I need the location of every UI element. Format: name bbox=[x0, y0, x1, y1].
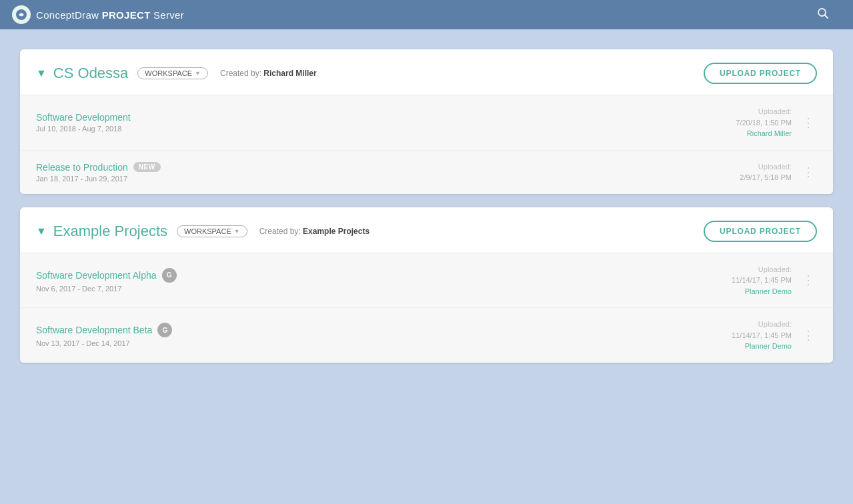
project-right: Uploaded:11/14/17, 1:45 PMPlanner Demo⋮ bbox=[732, 264, 817, 297]
project-name[interactable]: Release to ProductionNEW bbox=[36, 162, 161, 173]
workspace-badge[interactable]: WORKSPACE ▼ bbox=[177, 225, 247, 237]
project-date-range: Jul 10, 2018 - Aug 7, 2018 bbox=[36, 125, 131, 133]
more-options-icon[interactable]: ⋮ bbox=[800, 114, 817, 131]
workspace-list: ▼CS OdessaWORKSPACE ▼Created by: Richard… bbox=[20, 49, 833, 363]
project-upload-info: Uploaded:7/20/18, 1:50 PMRichard Miller bbox=[736, 106, 792, 139]
workspace-card-example-projects: ▼Example ProjectsWORKSPACE ▼Created by: … bbox=[20, 207, 833, 363]
badge-arrow-icon: ▼ bbox=[195, 70, 201, 77]
chevron-down-icon[interactable]: ▼ bbox=[36, 67, 47, 79]
search-icon[interactable] bbox=[817, 7, 829, 23]
workspace-header-left-cs-odessa: ▼CS OdessaWORKSPACE ▼Created by: Richard… bbox=[36, 65, 317, 82]
workspace-created-by: Created by: Richard Miller bbox=[220, 69, 317, 78]
avatar-badge: G bbox=[162, 268, 177, 283]
project-left: Release to ProductionNEWJan 18, 2017 - J… bbox=[36, 162, 161, 183]
project-date-range: Jan 18, 2017 - Jun 29, 2017 bbox=[36, 175, 161, 183]
project-upload-info: Uploaded:2/9/17, 5:18 PM bbox=[740, 161, 792, 183]
uploader-name: Richard Miller bbox=[747, 129, 792, 137]
more-options-icon[interactable]: ⋮ bbox=[800, 163, 817, 181]
upload-label: Uploaded: bbox=[758, 163, 792, 171]
project-left: Software Development AlphaGNov 6, 2017 -… bbox=[36, 268, 177, 293]
app-header: ConceptDraw PROJECT Server bbox=[0, 0, 853, 29]
project-date-range: Nov 13, 2017 - Dec 14, 2017 bbox=[36, 339, 172, 347]
chevron-down-icon[interactable]: ▼ bbox=[36, 225, 47, 237]
workspace-badge[interactable]: WORKSPACE ▼ bbox=[137, 67, 208, 79]
project-right: Uploaded:7/20/18, 1:50 PMRichard Miller⋮ bbox=[736, 106, 817, 139]
project-name-text: Software Development bbox=[36, 112, 131, 123]
upload-project-button[interactable]: UPLOAD PROJECT bbox=[704, 221, 817, 242]
project-name[interactable]: Software Development bbox=[36, 112, 131, 123]
upload-date: 7/20/18, 1:50 PM bbox=[736, 119, 792, 127]
more-options-icon[interactable]: ⋮ bbox=[800, 327, 817, 344]
badge-arrow-icon: ▼ bbox=[234, 228, 240, 235]
workspace-header-left-example-projects: ▼Example ProjectsWORKSPACE ▼Created by: … bbox=[36, 223, 369, 240]
workspace-header-example-projects: ▼Example ProjectsWORKSPACE ▼Created by: … bbox=[20, 207, 833, 253]
uploader-name: Planner Demo bbox=[745, 287, 792, 295]
new-badge: NEW bbox=[133, 162, 161, 172]
workspace-header-cs-odessa: ▼CS OdessaWORKSPACE ▼Created by: Richard… bbox=[20, 49, 833, 95]
project-date-range: Nov 6, 2017 - Dec 7, 2017 bbox=[36, 285, 177, 293]
project-upload-info: Uploaded:11/14/17, 1:45 PMPlanner Demo bbox=[732, 264, 792, 297]
upload-date: 2/9/17, 5:18 PM bbox=[740, 173, 792, 181]
header-right bbox=[817, 7, 841, 23]
upload-label: Uploaded: bbox=[758, 107, 792, 115]
project-name-text: Release to Production bbox=[36, 162, 128, 173]
project-left: Software DevelopmentJul 10, 2018 - Aug 7… bbox=[36, 112, 131, 133]
project-name-text: Software Development Beta bbox=[36, 325, 152, 335]
workspace-title-example-projects: Example Projects bbox=[53, 223, 167, 240]
header-left: ConceptDraw PROJECT Server bbox=[12, 5, 184, 24]
project-left: Software Development BetaGNov 13, 2017 -… bbox=[36, 323, 172, 347]
svg-line-2 bbox=[825, 15, 828, 18]
project-name[interactable]: Software Development AlphaG bbox=[36, 268, 177, 283]
project-name-text: Software Development Alpha bbox=[36, 270, 157, 281]
workspace-created-by: Created by: Example Projects bbox=[259, 227, 369, 236]
project-right: Uploaded:2/9/17, 5:18 PM⋮ bbox=[740, 161, 817, 183]
uploader-name: Planner Demo bbox=[745, 342, 792, 350]
project-row: Software DevelopmentJul 10, 2018 - Aug 7… bbox=[20, 95, 833, 151]
project-row: Release to ProductionNEWJan 18, 2017 - J… bbox=[20, 151, 833, 194]
main-content: ▼CS OdessaWORKSPACE ▼Created by: Richard… bbox=[0, 29, 853, 396]
app-title: ConceptDraw PROJECT Server bbox=[36, 9, 184, 21]
workspace-title-cs-odessa: CS Odessa bbox=[53, 65, 129, 82]
app-logo bbox=[12, 5, 31, 24]
upload-date: 11/14/17, 1:45 PM bbox=[732, 331, 792, 339]
upload-label: Uploaded: bbox=[758, 320, 792, 328]
upload-project-button[interactable]: UPLOAD PROJECT bbox=[704, 63, 817, 84]
project-upload-info: Uploaded:11/14/17, 1:45 PMPlanner Demo bbox=[732, 319, 792, 352]
project-row: Software Development BetaGNov 13, 2017 -… bbox=[20, 308, 833, 363]
project-row: Software Development AlphaGNov 6, 2017 -… bbox=[20, 253, 833, 309]
more-options-icon[interactable]: ⋮ bbox=[800, 271, 817, 289]
project-right: Uploaded:11/14/17, 1:45 PMPlanner Demo⋮ bbox=[732, 319, 817, 352]
avatar-badge: G bbox=[157, 323, 172, 337]
upload-date: 11/14/17, 1:45 PM bbox=[732, 276, 792, 284]
upload-label: Uploaded: bbox=[758, 265, 792, 273]
workspace-card-cs-odessa: ▼CS OdessaWORKSPACE ▼Created by: Richard… bbox=[20, 49, 833, 194]
project-name[interactable]: Software Development BetaG bbox=[36, 323, 172, 337]
